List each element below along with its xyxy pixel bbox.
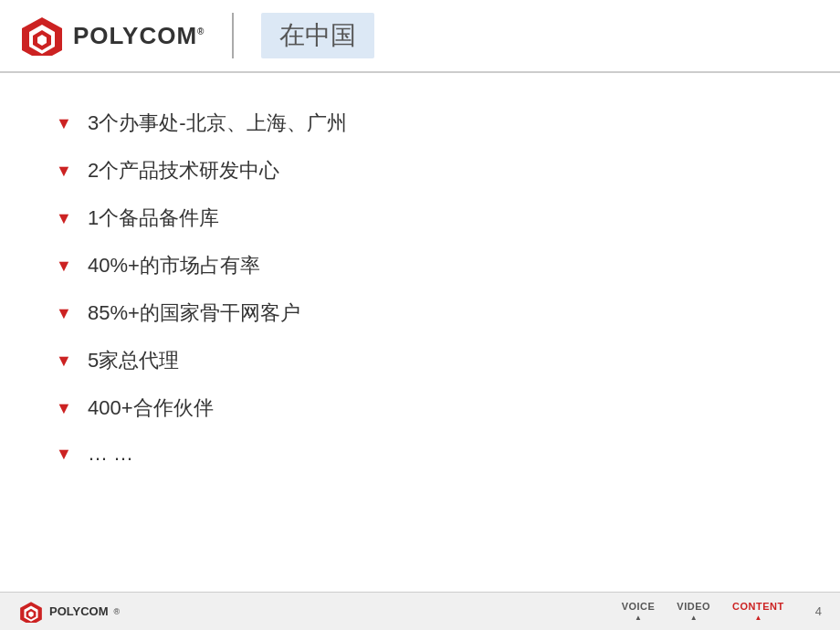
page-number: 4: [815, 604, 822, 618]
polycom-logo-icon: [18, 16, 66, 56]
footer-logo: POLYCOM ®: [18, 601, 120, 623]
bullet-item: ▼… …: [55, 442, 785, 466]
logo-area: POLYCOM® 在中国: [18, 13, 374, 58]
footer-trademark: ®: [114, 607, 121, 616]
bullet-arrow-icon: ▼: [55, 114, 73, 133]
bullet-list: ▼3个办事处-北京、上海、广州▼2个产品技术研发中心▼1个备品备件库▼40%+的…: [55, 110, 785, 466]
footer-tab-content-label: CONTENT: [732, 601, 784, 612]
bullet-text: 3个办事处-北京、上海、广州: [88, 110, 347, 137]
footer-tab-video[interactable]: VIDEO ▲: [677, 601, 710, 622]
bullet-text: 1个备品备件库: [88, 205, 219, 232]
footer: POLYCOM ® VOICE ▲ VIDEO ▲ CONTENT ▲ 4: [0, 592, 840, 630]
bullet-item: ▼1个备品备件库: [55, 205, 785, 232]
footer-logo-icon: [18, 601, 44, 623]
bullet-text: 85%+的国家骨干网客户: [88, 299, 300, 327]
bullet-arrow-icon: ▼: [55, 352, 73, 371]
bullet-arrow-icon: ▼: [55, 445, 73, 464]
footer-tab-voice-label: VOICE: [622, 601, 656, 612]
bullet-text: 40%+的市场占有率: [88, 252, 260, 279]
page-title: 在中国: [279, 21, 356, 49]
bullet-item: ▼400+合作伙伴: [55, 394, 785, 422]
bullet-item: ▼2个产品技术研发中心: [55, 157, 785, 184]
bullet-text: 400+合作伙伴: [88, 394, 214, 422]
main-content: ▼3个办事处-北京、上海、广州▼2个产品技术研发中心▼1个备品备件库▼40%+的…: [0, 73, 840, 593]
bullet-text: … …: [88, 442, 133, 466]
footer-tabs: VOICE ▲ VIDEO ▲ CONTENT ▲ 4: [622, 601, 822, 622]
bullet-arrow-icon: ▼: [55, 304, 73, 323]
bullet-arrow-icon: ▼: [55, 162, 73, 181]
footer-tab-content[interactable]: CONTENT ▲: [732, 601, 784, 622]
logo-text: POLYCOM®: [73, 22, 205, 50]
title-highlight: 在中国: [261, 13, 374, 58]
footer-tab-voice[interactable]: VOICE ▲: [622, 601, 656, 622]
bullet-arrow-icon: ▼: [55, 399, 73, 418]
bullet-text: 2个产品技术研发中心: [88, 157, 279, 184]
bullet-item: ▼5家总代理: [55, 347, 785, 374]
bullet-text: 5家总代理: [88, 347, 179, 374]
polycom-logo: POLYCOM®: [18, 16, 205, 56]
footer-logo-text: POLYCOM: [49, 604, 109, 618]
header-divider: [232, 13, 234, 58]
footer-tab-video-arrow: ▲: [690, 614, 698, 622]
footer-tab-voice-arrow: ▲: [635, 614, 642, 622]
bullet-arrow-icon: ▼: [55, 257, 73, 276]
bullet-item: ▼3个办事处-北京、上海、广州: [55, 110, 785, 137]
bullet-item: ▼85%+的国家骨干网客户: [55, 299, 785, 327]
header: POLYCOM® 在中国: [0, 0, 840, 73]
bullet-arrow-icon: ▼: [55, 209, 73, 228]
bullet-item: ▼40%+的市场占有率: [55, 252, 785, 279]
footer-tab-video-label: VIDEO: [677, 601, 710, 612]
footer-tab-content-arrow: ▲: [754, 614, 761, 622]
